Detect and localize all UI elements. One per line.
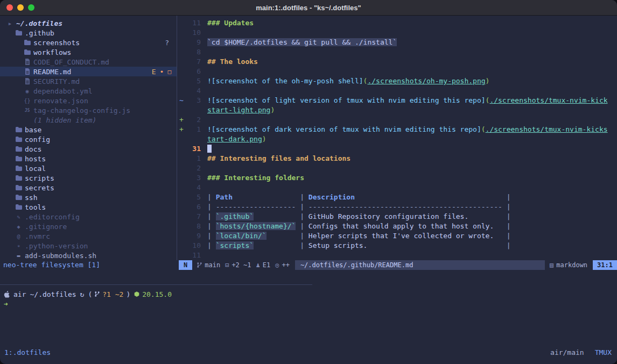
tree-item-tools[interactable]: tools — [0, 202, 177, 212]
line-text: | `local/bin/` | Helper scripts that I'v… — [201, 231, 511, 241]
tree-item-label: (1 hidden item) — [32, 116, 96, 124]
editor-line[interactable]: 1## Interesting files and locations — [178, 154, 617, 163]
tree-item-1-hidden-item[interactable]: (1 hidden item) — [0, 115, 177, 125]
tree-item-hosts[interactable]: hosts — [0, 154, 177, 163]
tree-item-gitignore[interactable]: ◆.gitignore — [0, 222, 177, 231]
shell-input-line: ➜ — [4, 299, 617, 309]
markdown-icon — [23, 78, 32, 84]
tree-item-tag-changelog-config-js[interactable]: JStag-changelog-config.js — [0, 105, 177, 115]
diagnostics: ♟ E1 — [256, 260, 271, 270]
close-button[interactable] — [6, 4, 13, 11]
line-number — [187, 105, 201, 115]
terminal-pane[interactable]: air ~/.dotfiles ↻ ( ?1 ~2 ) 20.15.0 ➜ — [4, 289, 617, 309]
branch-icon — [197, 262, 202, 268]
editor-line[interactable]: 11### Updates — [178, 18, 617, 28]
tree-item-config[interactable]: config — [0, 134, 177, 144]
editor-line[interactable]: 6| ------------------- | ---------------… — [178, 202, 617, 212]
branch-name: main — [205, 260, 220, 270]
tree-item-screenshots[interactable]: screenshots? — [0, 38, 177, 47]
editor-line[interactable]: +1![screenshot of dark version of tmux w… — [178, 125, 617, 134]
tree-item-base[interactable]: base — [0, 125, 177, 134]
line-number: 10 — [187, 28, 201, 38]
tree-item-docs[interactable]: docs — [0, 144, 177, 154]
line-text: ![screenshot of light version of tmux wi… — [201, 96, 608, 105]
line-text: | `scripts` | Setup scripts. | — [201, 241, 511, 251]
tree-item-scripts[interactable]: scripts — [0, 173, 177, 183]
filetype-indicator: ▤ markdown — [550, 260, 587, 270]
gutter-sign — [178, 18, 187, 28]
line-number: 31 — [187, 144, 201, 154]
update-icon: ◎ — [275, 260, 279, 270]
folder-icon — [14, 127, 23, 132]
tree-item-secrets[interactable]: secrets — [0, 183, 177, 192]
tmux-label: TMUX — [595, 348, 612, 356]
gutter-sign — [178, 173, 187, 183]
editor-line[interactable]: +2 — [178, 115, 617, 125]
node-version: 20.15.0 — [142, 290, 172, 298]
tree-item-security-md[interactable]: SECURITY.md — [0, 76, 177, 86]
line-number: 5 — [187, 192, 201, 202]
tree-item-editorconfig[interactable]: ✎.editorconfig — [0, 212, 177, 222]
gutter-sign — [178, 222, 187, 231]
editor-line[interactable]: 2 — [178, 163, 617, 173]
tree-item-add-submodules-sh[interactable]: ▬add-submodules.sh — [0, 251, 177, 260]
tree-item-nvmrc[interactable]: @.nvmrc — [0, 231, 177, 241]
tree-item-label: .github — [23, 29, 54, 37]
tree-item-renovate-json[interactable]: {}renovate.json — [0, 96, 177, 105]
tree-item-dotfiles[interactable]: ▸~/.dotfiles — [0, 18, 177, 28]
tree-item-local[interactable]: local — [0, 163, 177, 173]
tree-item-code-of-conduct-md[interactable]: CODE_OF_CONDUCT.md — [0, 57, 177, 67]
editor-line[interactable]: 7| `.github` | GitHub Repository configu… — [178, 212, 617, 222]
editor-line[interactable]: 6 — [178, 67, 617, 76]
gutter-sign: + — [178, 115, 187, 125]
editor-line[interactable]: 5| Path | Description | — [178, 192, 617, 202]
tmux-session-tab[interactable]: 1:.dotfiles — [4, 348, 51, 356]
neo-tree-statusline: neo-tree filesystem [1] — [0, 260, 178, 270]
editor-line[interactable]: start-light.png) — [178, 105, 617, 115]
tree-item-ssh[interactable]: ssh — [0, 192, 177, 202]
zoom-button[interactable] — [28, 4, 34, 11]
editor-pane[interactable]: 11### Updates109`cd $HOME/.dotfiles && g… — [178, 16, 617, 260]
editor-line[interactable]: 4 — [178, 86, 617, 96]
editor-line[interactable]: 31 — [178, 144, 617, 154]
line-number: 1 — [187, 154, 201, 163]
tree-item-label: scripts — [23, 174, 54, 182]
tree-item-readme-md[interactable]: README.mdE•□ — [0, 67, 177, 76]
tree-item-workflows[interactable]: workflows — [0, 47, 177, 57]
neo-tree-panel[interactable]: ▸~/.dotfiles.githubscreenshots?workflows… — [0, 16, 177, 260]
line-text: ## The looks — [201, 57, 258, 67]
editor-line[interactable]: ~3![screenshot of light version of tmux … — [178, 96, 617, 105]
editor-line[interactable]: 8 — [178, 47, 617, 57]
editor-line[interactable]: 4 — [178, 183, 617, 192]
tree-item-github[interactable]: .github — [0, 28, 177, 38]
tree-item-label: renovate.json — [32, 97, 88, 105]
tree-item-label: screenshots — [32, 39, 80, 47]
gutter-sign — [178, 38, 187, 47]
editor-line[interactable]: tart-dark.png) — [178, 134, 617, 144]
tree-item-label: .python-version — [23, 242, 88, 250]
editor-line[interactable]: 10| `scripts` | Setup scripts. | — [178, 241, 617, 251]
editor-line[interactable]: 8| `hosts/{hostname}/` | Configs that sh… — [178, 222, 617, 231]
editor-line[interactable]: 3### Interesting folders — [178, 173, 617, 183]
editor-line[interactable]: 9`cd $HOME/.dotfiles && git pull && ./in… — [178, 38, 617, 47]
tree-item-dependabot-yml[interactable]: ◉dependabot.yml — [0, 86, 177, 96]
git-icon: ◆ — [14, 224, 23, 230]
tmux-pane-border[interactable] — [0, 284, 312, 285]
line-text — [201, 47, 207, 57]
tree-item-label: SECURITY.md — [32, 77, 80, 85]
gutter-sign — [178, 212, 187, 222]
editor-line[interactable]: 7## The looks — [178, 57, 617, 67]
folder-icon — [23, 40, 32, 45]
editor-line[interactable]: 11 — [178, 251, 617, 260]
line-number: 2 — [187, 163, 201, 173]
window-separator[interactable] — [177, 16, 177, 260]
editor-line[interactable]: 10 — [178, 28, 617, 38]
minimize-button[interactable] — [17, 4, 24, 11]
tree-item-python-version[interactable]: ∗.python-version — [0, 241, 177, 251]
line-number: 8 — [187, 47, 201, 57]
editor-line[interactable]: 9| `local/bin/` | Helper scripts that I'… — [178, 231, 617, 241]
gutter-sign — [178, 134, 187, 144]
filetype-label: markdown — [556, 260, 587, 270]
editor-line[interactable]: 5![screenshot of the oh-my-posh shell](.… — [178, 76, 617, 86]
line-text — [201, 144, 212, 154]
